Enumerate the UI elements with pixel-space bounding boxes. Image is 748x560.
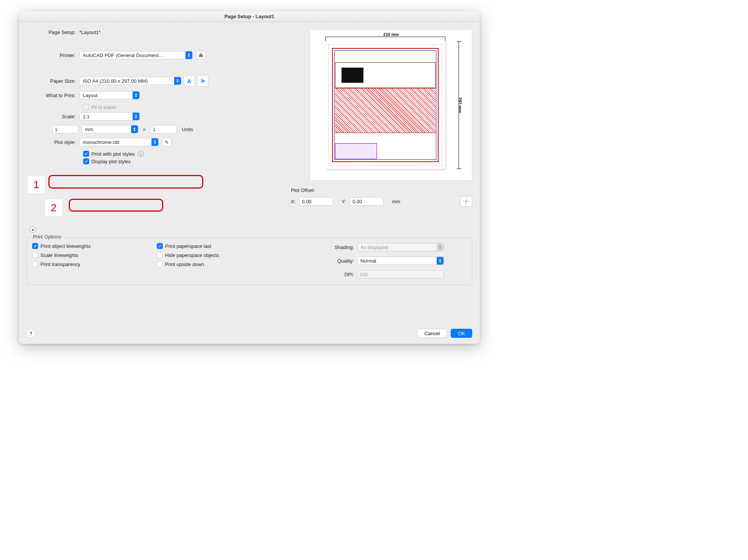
scale-lineweights-checkbox[interactable]: Scale lineweights	[32, 252, 157, 258]
preview-drawing	[332, 48, 439, 162]
offset-x-label: X:	[291, 199, 295, 204]
edit-icon: ✎	[165, 139, 169, 145]
dpi-input: 100	[357, 270, 444, 278]
display-plot-styles-checkbox[interactable]: Display plot styles	[83, 158, 131, 164]
chevron-updown-icon	[185, 51, 192, 59]
dialog-footer: ? Cancel OK	[26, 329, 472, 338]
print-transparency-label: Print transparency	[40, 261, 80, 267]
chevron-updown-icon	[174, 77, 181, 85]
checkbox-icon	[157, 252, 163, 258]
printer-label: Printer:	[26, 53, 79, 58]
print-object-lineweights-checkbox[interactable]: Print object lineweights	[32, 243, 157, 249]
annotation-1: 1	[27, 176, 45, 194]
annotation-2-box	[69, 199, 163, 212]
what-to-print-value: Layout	[83, 93, 130, 98]
window-title: Page Setup - Layout1	[19, 11, 480, 22]
shading-value: As displayed	[360, 244, 434, 250]
dimension-horizontal-icon	[325, 37, 445, 37]
fit-to-paper-label: Fit to paper	[91, 104, 116, 110]
preview-page	[325, 41, 445, 169]
what-to-print-select[interactable]: Layout	[79, 91, 140, 99]
offset-x-input[interactable]: 0.00	[299, 197, 333, 206]
dpi-label: DPI:	[323, 272, 357, 277]
annotation-2: 2	[45, 199, 63, 217]
preview-legend	[335, 143, 377, 159]
scale-units-select[interactable]: mm	[82, 125, 138, 133]
page-setup-label: Page Setup:	[26, 29, 79, 35]
printer-select[interactable]: AutoCAD PDF (General Document…	[79, 51, 193, 59]
orientation-landscape-button[interactable]: A	[197, 75, 209, 87]
scale-lineweights-label: Scale lineweights	[40, 252, 78, 258]
display-plot-styles-label: Display plot styles	[91, 159, 131, 164]
paper-size-select[interactable]: ISO A4 (210.00 x 297.00 MM)	[79, 77, 181, 85]
print-paperspace-last-checkbox[interactable]: Print paperspace last	[157, 243, 281, 249]
print-object-lineweights-label: Print object lineweights	[40, 243, 91, 249]
checkbox-checked-icon	[32, 243, 38, 249]
print-with-plot-styles-label: Print with plot styles	[91, 151, 135, 157]
print-with-plot-styles-checkbox[interactable]: Print with plot styles	[83, 151, 135, 157]
help-button[interactable]: ?	[26, 329, 36, 338]
chevron-updown-icon	[133, 91, 139, 99]
center-plot-button[interactable]	[460, 196, 472, 207]
plot-style-value: monochrome.ctb	[83, 139, 149, 145]
preview-hatch	[335, 88, 436, 133]
printer-icon: 🖶	[198, 53, 203, 58]
cancel-button[interactable]: Cancel	[417, 329, 447, 338]
dimension-vertical-icon	[459, 41, 459, 169]
checkbox-icon	[83, 104, 89, 110]
page-setup-value: *Layout1*	[79, 29, 100, 35]
checkbox-checked-icon	[83, 158, 89, 164]
print-upside-down-label: Print upside down	[165, 261, 204, 267]
scale-select[interactable]: 1:1	[79, 112, 140, 121]
scale-drawing-value: 1	[55, 127, 57, 132]
ok-button[interactable]: OK	[451, 329, 472, 338]
hide-paperspace-label: Hide paperspace objects	[165, 252, 219, 258]
quality-value: Normal	[360, 258, 434, 264]
offset-y-input[interactable]: 0.00	[350, 197, 384, 206]
shading-select: As displayed	[357, 243, 444, 251]
scale-paper-value: 1	[153, 127, 156, 132]
printer-properties-button[interactable]: 🖶	[196, 51, 206, 59]
shading-label: Shading:	[323, 244, 357, 250]
checkbox-checked-icon	[157, 243, 163, 249]
fit-to-paper-checkbox: Fit to paper	[83, 104, 116, 110]
orientation-portrait-button[interactable]: A	[184, 75, 195, 87]
offset-y-label: Y:	[342, 199, 346, 204]
letter-a-icon: A	[187, 78, 192, 84]
scale-drawing-input[interactable]: 1	[52, 125, 79, 133]
plot-style-select[interactable]: monochrome.ctb	[79, 138, 159, 146]
hide-paperspace-checkbox[interactable]: Hide paperspace objects	[157, 252, 281, 258]
units-label: Units	[177, 127, 193, 132]
letter-a-rotated-icon: A	[200, 79, 206, 83]
chevron-updown-icon	[133, 113, 139, 120]
quality-select[interactable]: Normal	[357, 257, 444, 265]
printer-value: AutoCAD PDF (General Document…	[83, 53, 183, 58]
scale-label: Scale:	[26, 114, 79, 119]
scale-paper-input[interactable]: 1	[150, 125, 177, 133]
print-transparency-checkbox[interactable]: Print transparency	[32, 261, 157, 267]
print-upside-down-checkbox[interactable]: Print upside down	[157, 261, 281, 267]
annotation-1-box	[48, 175, 203, 189]
dpi-value: 100	[360, 272, 368, 277]
center-icon	[463, 198, 470, 205]
paper-size-value: ISO A4 (210.00 x 297.00 MM)	[83, 78, 172, 84]
page-setup-dialog: Page Setup - Layout1 Page Setup: *Layout…	[19, 11, 480, 344]
preview-roof	[335, 62, 436, 88]
page-preview: 210 mm 297 mm	[310, 29, 472, 181]
collapse-toggle-button[interactable]	[29, 226, 36, 233]
quality-label: Quality:	[323, 258, 357, 264]
dialog-content: Page Setup: *Layout1* Printer: AutoCAD P…	[19, 22, 480, 344]
scale-value: 1:1	[83, 114, 130, 119]
chevron-updown-icon	[437, 243, 444, 251]
plot-style-label: Plot style:	[26, 139, 79, 145]
offset-y-value: 0.00	[352, 199, 362, 204]
info-icon[interactable]: i	[138, 151, 144, 157]
plot-style-edit-button[interactable]: ✎	[162, 138, 172, 146]
print-paperspace-last-label: Print paperspace last	[165, 243, 211, 249]
chevron-updown-icon	[437, 257, 444, 265]
paper-size-label: Paper Size:	[26, 78, 79, 84]
offset-unit-label: mm	[392, 199, 400, 204]
offset-x-value: 0.00	[302, 199, 311, 204]
checkbox-icon	[32, 261, 38, 267]
right-column: 210 mm 297 mm Plot Offset: X:	[291, 29, 472, 207]
